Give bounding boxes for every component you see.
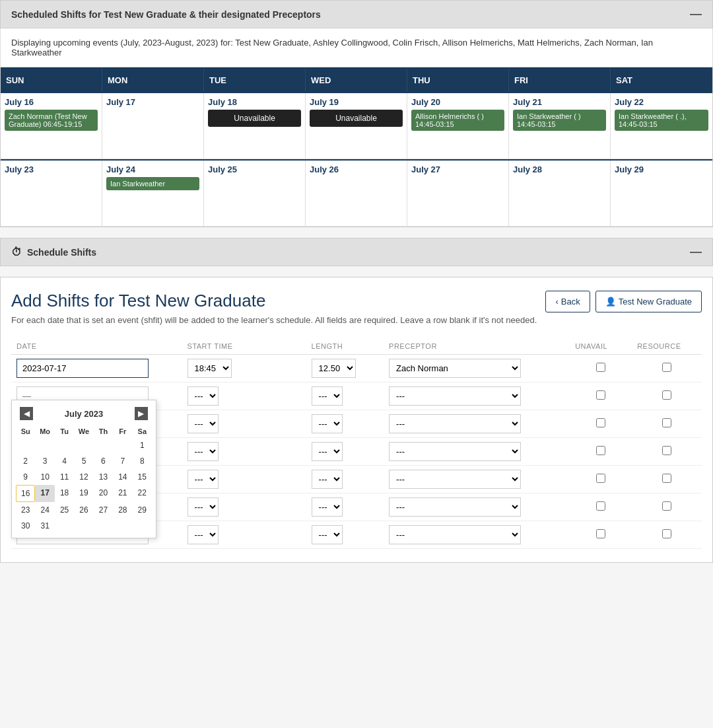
dp-day-17[interactable]: 17 xyxy=(35,485,54,502)
dp-day-19[interactable]: 19 xyxy=(74,485,93,502)
schedule-shifts-minimize[interactable]: — xyxy=(690,245,702,259)
cal-date-jul23: July 23 xyxy=(5,164,98,174)
length-select-7[interactable]: --- xyxy=(312,525,343,544)
start-select-4[interactable]: --- xyxy=(187,442,219,461)
resource-checkbox-6[interactable] xyxy=(662,501,671,511)
start-select-3[interactable]: --- xyxy=(187,414,219,433)
start-select-6[interactable]: --- xyxy=(187,497,219,517)
dp-day-24[interactable]: 24 xyxy=(35,502,54,518)
cal-event-jul19[interactable]: Unavailable xyxy=(310,110,403,127)
datepicker-prev[interactable]: ◀ xyxy=(20,407,33,420)
dp-day-4[interactable]: 4 xyxy=(55,453,74,469)
dp-day-empty xyxy=(74,518,93,534)
preceptor-select-1[interactable]: Zach Norman xyxy=(389,359,521,378)
unavail-checkbox-3[interactable] xyxy=(596,418,605,427)
cal-cell-jul20: July 20 Allison Helmerichs ( ) 14:45-03:… xyxy=(407,93,509,159)
unavail-checkbox-5[interactable] xyxy=(596,474,605,483)
dp-day-3[interactable]: 3 xyxy=(35,453,54,469)
preceptor-select-2[interactable]: --- xyxy=(389,386,521,406)
cal-event-jul24[interactable]: Ian Starkweather xyxy=(106,177,199,190)
dp-day-28[interactable]: 28 xyxy=(113,502,132,518)
unavail-checkbox-2[interactable] xyxy=(596,390,605,400)
length-select-1[interactable]: 12.50 xyxy=(312,359,356,378)
resource-checkbox-5[interactable] xyxy=(662,474,671,483)
cal-event-jul22[interactable]: Ian Starkweather ( .), 14:45-03:15 xyxy=(615,110,708,131)
start-select-1[interactable]: 18:45 xyxy=(187,359,232,378)
dp-day-18[interactable]: 18 xyxy=(55,485,74,502)
dp-day-20[interactable]: 20 xyxy=(94,485,113,502)
cal-event-jul18[interactable]: Unavailable xyxy=(208,110,301,127)
start-select-2[interactable]: --- xyxy=(187,386,219,406)
dp-day-26[interactable]: 26 xyxy=(74,502,93,518)
dp-day-7[interactable]: 7 xyxy=(113,453,132,469)
dp-day-11[interactable]: 11 xyxy=(55,469,74,485)
date-input-1[interactable] xyxy=(17,359,149,378)
cal-date-jul26: July 26 xyxy=(310,164,403,174)
resource-checkbox-3[interactable] xyxy=(662,418,671,427)
dp-day-15[interactable]: 15 xyxy=(133,469,152,485)
cal-cell-jul27: July 27 xyxy=(407,161,509,227)
unavail-checkbox-4[interactable] xyxy=(596,446,605,455)
dp-day-16[interactable]: 16 xyxy=(16,485,35,502)
dp-day-5[interactable]: 5 xyxy=(74,453,93,469)
cal-event-jul20[interactable]: Allison Helmerichs ( ) 14:45-03:15 xyxy=(411,110,504,131)
dp-day-9[interactable]: 9 xyxy=(16,469,35,485)
unavail-checkbox-1[interactable] xyxy=(596,363,605,372)
schedule-shifts-header: ⏱ Schedule Shifts — xyxy=(0,238,713,266)
dp-day-1[interactable]: 1 xyxy=(133,437,152,453)
scheduled-shifts-header: Scheduled Shifts for Test New Graduate &… xyxy=(0,0,713,28)
length-select-4[interactable]: --- xyxy=(312,442,343,461)
resource-checkbox-1[interactable] xyxy=(662,363,671,372)
unavail-checkbox-7[interactable] xyxy=(596,529,605,538)
cal-event-jul16[interactable]: Zach Norman (Test New Graduate) 06:45-19… xyxy=(5,110,98,131)
unavail-checkbox-6[interactable] xyxy=(596,501,605,511)
cal-event-jul21[interactable]: Ian Starkweather ( ) 14:45-03:15 xyxy=(513,110,606,131)
add-shifts-container: ‹ Back 👤 Test New Graduate Add Shifts fo… xyxy=(1,277,712,562)
dp-day-29[interactable]: 29 xyxy=(133,502,152,518)
cal-cell-jul26: July 26 xyxy=(306,161,407,227)
cal-cell-jul24: July 24 Ian Starkweather xyxy=(102,161,204,227)
scheduled-shifts-minimize[interactable]: — xyxy=(690,7,702,21)
start-select-7[interactable]: --- xyxy=(187,525,219,544)
cal-date-jul21: July 21 xyxy=(513,97,606,107)
dp-day-14[interactable]: 14 xyxy=(113,469,132,485)
dp-day-25[interactable]: 25 xyxy=(55,502,74,518)
length-select-3[interactable]: --- xyxy=(312,414,343,433)
length-select-5[interactable]: --- xyxy=(312,470,343,489)
preceptor-select-7[interactable]: --- xyxy=(389,525,521,544)
dp-day-2[interactable]: 2 xyxy=(16,453,35,469)
dp-day-21[interactable]: 21 xyxy=(113,485,132,502)
back-button[interactable]: ‹ Back xyxy=(545,291,590,312)
user-button[interactable]: 👤 Test New Graduate xyxy=(595,291,702,312)
dp-day-27[interactable]: 27 xyxy=(94,502,113,518)
dp-day-23[interactable]: 23 xyxy=(16,502,35,518)
cal-cell-jul18: July 18 Unavailable xyxy=(204,93,306,159)
resource-checkbox-4[interactable] xyxy=(662,446,671,455)
dp-day-12[interactable]: 12 xyxy=(74,469,93,485)
cal-cell-jul29: July 29 xyxy=(611,161,712,227)
length-select-6[interactable]: --- xyxy=(312,497,343,517)
resource-checkbox-7[interactable] xyxy=(662,529,671,538)
cal-cell-jul22: July 22 Ian Starkweather ( .), 14:45-03:… xyxy=(611,93,712,159)
dp-day-22[interactable]: 22 xyxy=(133,485,152,502)
preceptor-select-4[interactable]: --- xyxy=(389,442,521,461)
dp-day-empty xyxy=(133,518,152,534)
length-select-2[interactable]: --- xyxy=(312,386,343,406)
start-select-5[interactable]: --- xyxy=(187,470,219,489)
cal-cell-jul17: July 17 xyxy=(102,93,204,159)
preceptor-select-5[interactable]: --- xyxy=(389,470,521,489)
chevron-left-icon: ‹ xyxy=(555,297,558,307)
datepicker-header: ◀ July 2023 ▶ xyxy=(16,404,152,425)
dp-day-13[interactable]: 13 xyxy=(94,469,113,485)
dp-day-8[interactable]: 8 xyxy=(133,453,152,469)
dp-day-10[interactable]: 10 xyxy=(35,469,54,485)
preceptor-select-6[interactable]: --- xyxy=(389,497,521,517)
dp-day-30[interactable]: 30 xyxy=(16,518,35,534)
preceptor-select-3[interactable]: --- xyxy=(389,414,521,433)
datepicker-next[interactable]: ▶ xyxy=(135,407,148,420)
col-header-resource: RESOURCE xyxy=(632,338,702,355)
calendar-week-2: July 23 July 24 Ian Starkweather July 25… xyxy=(1,159,712,227)
dp-day-31[interactable]: 31 xyxy=(35,518,54,534)
dp-day-6[interactable]: 6 xyxy=(94,453,113,469)
resource-checkbox-2[interactable] xyxy=(662,390,671,400)
